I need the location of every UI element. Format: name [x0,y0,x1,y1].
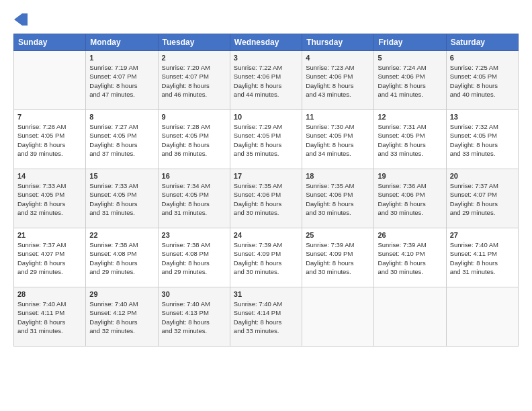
calendar-week-row: 1Sunrise: 7:19 AM Sunset: 4:07 PM Daylig… [14,51,519,110]
day-info: Sunrise: 7:40 AM Sunset: 4:12 PM Dayligh… [89,300,154,335]
day-info: Sunrise: 7:30 AM Sunset: 4:05 PM Dayligh… [306,122,370,158]
day-info: Sunrise: 7:26 AM Sunset: 4:05 PM Dayligh… [17,122,82,158]
logo [13,13,28,26]
calendar-day-cell: 24Sunrise: 7:39 AM Sunset: 4:09 PM Dayli… [230,228,302,287]
calendar-empty-cell [374,287,446,347]
calendar-day-header: Thursday [302,34,374,51]
calendar-day-header: Sunday [14,34,86,51]
day-info: Sunrise: 7:36 AM Sunset: 4:06 PM Dayligh… [378,181,442,217]
day-number: 17 [234,172,298,180]
calendar-day-cell: 8Sunrise: 7:27 AM Sunset: 4:05 PM Daylig… [86,110,158,169]
calendar-day-cell: 10Sunrise: 7:29 AM Sunset: 4:05 PM Dayli… [230,110,302,169]
calendar-day-cell: 30Sunrise: 7:40 AM Sunset: 4:13 PM Dayli… [158,287,230,347]
calendar: SundayMondayTuesdayWednesdayThursdayFrid… [13,34,519,347]
calendar-day-cell: 11Sunrise: 7:30 AM Sunset: 4:05 PM Dayli… [302,110,374,169]
day-number: 15 [89,172,154,180]
calendar-day-cell: 22Sunrise: 7:38 AM Sunset: 4:08 PM Dayli… [86,228,158,287]
day-info: Sunrise: 7:39 AM Sunset: 4:10 PM Dayligh… [378,240,442,276]
calendar-day-cell: 4Sunrise: 7:23 AM Sunset: 4:06 PM Daylig… [302,51,374,110]
day-info: Sunrise: 7:33 AM Sunset: 4:05 PM Dayligh… [17,181,82,217]
day-info: Sunrise: 7:39 AM Sunset: 4:09 PM Dayligh… [306,240,370,276]
day-number: 3 [234,54,298,62]
day-info: Sunrise: 7:37 AM Sunset: 4:07 PM Dayligh… [450,181,515,217]
day-info: Sunrise: 7:37 AM Sunset: 4:07 PM Dayligh… [17,240,82,276]
day-number: 6 [450,54,515,62]
day-info: Sunrise: 7:35 AM Sunset: 4:06 PM Dayligh… [234,181,298,217]
day-number: 19 [378,172,442,180]
day-info: Sunrise: 7:38 AM Sunset: 4:08 PM Dayligh… [89,240,154,276]
calendar-day-cell: 20Sunrise: 7:37 AM Sunset: 4:07 PM Dayli… [446,169,518,228]
day-number: 27 [450,231,515,239]
day-info: Sunrise: 7:29 AM Sunset: 4:05 PM Dayligh… [234,122,298,158]
day-number: 8 [89,113,154,121]
calendar-day-cell: 15Sunrise: 7:33 AM Sunset: 4:05 PM Dayli… [86,169,158,228]
day-number: 29 [89,290,154,298]
day-info: Sunrise: 7:33 AM Sunset: 4:05 PM Dayligh… [89,181,154,217]
calendar-day-cell: 23Sunrise: 7:38 AM Sunset: 4:08 PM Dayli… [158,228,230,287]
day-info: Sunrise: 7:25 AM Sunset: 4:05 PM Dayligh… [450,63,515,99]
calendar-week-row: 21Sunrise: 7:37 AM Sunset: 4:07 PM Dayli… [14,228,519,287]
day-info: Sunrise: 7:31 AM Sunset: 4:05 PM Dayligh… [378,122,442,158]
calendar-header-row: SundayMondayTuesdayWednesdayThursdayFrid… [14,34,519,51]
day-number: 7 [17,113,82,121]
day-info: Sunrise: 7:19 AM Sunset: 4:07 PM Dayligh… [89,63,154,99]
day-number: 4 [306,54,370,62]
calendar-day-cell: 19Sunrise: 7:36 AM Sunset: 4:06 PM Dayli… [374,169,446,228]
day-number: 1 [89,54,154,62]
day-number: 31 [234,290,298,298]
day-info: Sunrise: 7:20 AM Sunset: 4:07 PM Dayligh… [162,63,226,99]
day-number: 30 [162,290,226,298]
day-number: 28 [17,290,82,298]
calendar-day-cell: 18Sunrise: 7:35 AM Sunset: 4:06 PM Dayli… [302,169,374,228]
calendar-day-cell: 31Sunrise: 7:40 AM Sunset: 4:14 PM Dayli… [230,287,302,347]
calendar-day-cell: 2Sunrise: 7:20 AM Sunset: 4:07 PM Daylig… [158,51,230,110]
day-number: 5 [378,54,442,62]
day-number: 21 [17,231,82,239]
day-info: Sunrise: 7:35 AM Sunset: 4:06 PM Dayligh… [306,181,370,217]
calendar-week-row: 28Sunrise: 7:40 AM Sunset: 4:11 PM Dayli… [14,287,519,347]
day-info: Sunrise: 7:24 AM Sunset: 4:06 PM Dayligh… [378,63,442,99]
day-info: Sunrise: 7:39 AM Sunset: 4:09 PM Dayligh… [234,240,298,276]
day-info: Sunrise: 7:34 AM Sunset: 4:05 PM Dayligh… [162,181,226,217]
day-number: 12 [378,113,442,121]
day-number: 26 [378,231,442,239]
calendar-day-cell: 5Sunrise: 7:24 AM Sunset: 4:06 PM Daylig… [374,51,446,110]
calendar-day-cell: 13Sunrise: 7:32 AM Sunset: 4:05 PM Dayli… [446,110,518,169]
day-number: 11 [306,113,370,121]
page-container: SundayMondayTuesdayWednesdayThursdayFrid… [0,0,532,411]
day-info: Sunrise: 7:27 AM Sunset: 4:05 PM Dayligh… [89,122,154,158]
calendar-day-cell: 17Sunrise: 7:35 AM Sunset: 4:06 PM Dayli… [230,169,302,228]
day-number: 18 [306,172,370,180]
day-info: Sunrise: 7:28 AM Sunset: 4:05 PM Dayligh… [162,122,226,158]
day-info: Sunrise: 7:22 AM Sunset: 4:06 PM Dayligh… [234,63,298,99]
day-info: Sunrise: 7:38 AM Sunset: 4:08 PM Dayligh… [162,240,226,276]
calendar-day-header: Saturday [446,34,518,51]
calendar-day-cell: 25Sunrise: 7:39 AM Sunset: 4:09 PM Dayli… [302,228,374,287]
calendar-day-cell: 1Sunrise: 7:19 AM Sunset: 4:07 PM Daylig… [86,51,158,110]
day-info: Sunrise: 7:40 AM Sunset: 4:13 PM Dayligh… [162,300,226,335]
header [13,13,519,26]
calendar-day-header: Wednesday [230,34,302,51]
day-number: 22 [89,231,154,239]
day-info: Sunrise: 7:40 AM Sunset: 4:14 PM Dayligh… [234,300,298,335]
calendar-day-cell: 12Sunrise: 7:31 AM Sunset: 4:05 PM Dayli… [374,110,446,169]
calendar-day-cell: 21Sunrise: 7:37 AM Sunset: 4:07 PM Dayli… [14,228,86,287]
calendar-day-header: Monday [86,34,158,51]
calendar-day-cell: 26Sunrise: 7:39 AM Sunset: 4:10 PM Dayli… [374,228,446,287]
calendar-day-header: Friday [374,34,446,51]
calendar-day-cell: 16Sunrise: 7:34 AM Sunset: 4:05 PM Dayli… [158,169,230,228]
calendar-day-cell: 28Sunrise: 7:40 AM Sunset: 4:11 PM Dayli… [14,287,86,347]
calendar-week-row: 7Sunrise: 7:26 AM Sunset: 4:05 PM Daylig… [14,110,519,169]
logo-line1 [13,13,28,26]
svg-marker-0 [14,13,28,26]
day-number: 25 [306,231,370,239]
calendar-empty-cell [446,287,518,347]
calendar-empty-cell [302,287,374,347]
calendar-day-cell: 9Sunrise: 7:28 AM Sunset: 4:05 PM Daylig… [158,110,230,169]
day-number: 14 [17,172,82,180]
calendar-day-cell: 6Sunrise: 7:25 AM Sunset: 4:05 PM Daylig… [446,51,518,110]
calendar-day-cell: 29Sunrise: 7:40 AM Sunset: 4:12 PM Dayli… [86,287,158,347]
day-number: 9 [162,113,226,121]
day-number: 16 [162,172,226,180]
day-number: 2 [162,54,226,62]
